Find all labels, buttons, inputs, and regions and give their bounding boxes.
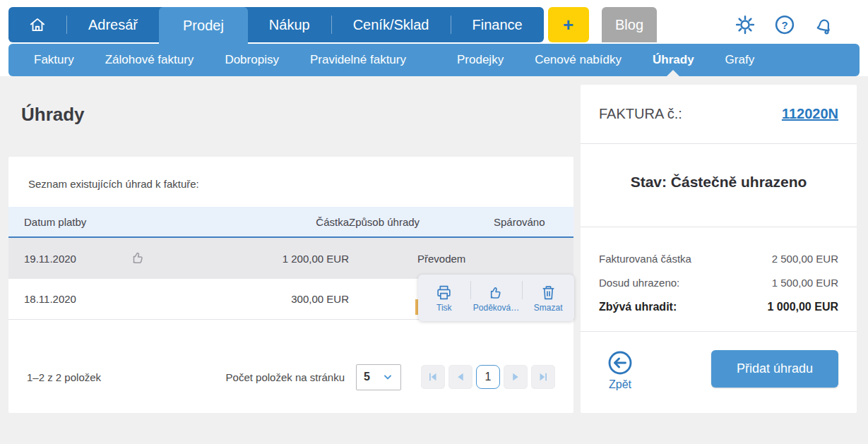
per-page-select[interactable]: 5	[356, 364, 401, 390]
payment-date: 18.11.2020	[24, 293, 130, 305]
invoice-summary-panel: FAKTURA č.: 112020N Stav: Částečně uhraz…	[581, 85, 857, 413]
help-icon[interactable]: ?	[774, 14, 795, 35]
thank-button[interactable]: Poděková…	[470, 275, 523, 321]
subnav-item-grafy[interactable]: Grafy	[710, 44, 771, 76]
nav-item-finance[interactable]: Finance	[451, 7, 544, 42]
utility-icons: ?	[735, 14, 835, 35]
page-number-button[interactable]: 1	[476, 365, 500, 389]
table-header-row: Datum platby Částka Způsob úhrady Spárov…	[8, 207, 573, 238]
invoiced-amount-label: Fakturovaná částka	[599, 253, 691, 265]
column-header-date: Datum platby	[24, 216, 186, 228]
payments-caption: Seznam existujících úhrad k faktuře:	[8, 157, 573, 207]
chevron-down-icon	[382, 371, 393, 383]
first-page-button[interactable]	[421, 365, 445, 389]
invoice-amounts: Fakturovaná částka 2 500,00 EUR Dosud uh…	[581, 227, 857, 332]
main-nav-bar: Adresář Prodej Nákup Ceník/Sklad Finance	[8, 7, 544, 42]
back-label: Zpět	[609, 378, 631, 391]
print-button[interactable]: Tisk	[418, 275, 470, 321]
payment-method: Převodem	[381, 253, 558, 265]
page-title: Úhrady	[21, 104, 85, 126]
thank-label: Poděková…	[473, 303, 519, 313]
trash-icon	[540, 284, 557, 301]
per-page-value: 5	[364, 371, 370, 383]
nav-item-nakup[interactable]: Nákup	[248, 7, 331, 42]
remaining-label: Zbývá uhradit:	[599, 301, 677, 313]
payment-amount: 1 200,00 EUR	[186, 253, 349, 265]
nav-item-cenik-sklad[interactable]: Ceník/Sklad	[332, 7, 451, 42]
subnav-item-zalohove-faktury[interactable]: Zálohové faktury	[90, 44, 210, 76]
paid-so-far-label: Dosud uhrazeno:	[599, 277, 679, 289]
row-action-toolbar: Tisk Poděková… Smazat	[418, 275, 574, 321]
table-row[interactable]: 19.11.2020 1 200,00 EUR Převodem	[8, 238, 573, 279]
nav-item-adresar[interactable]: Adresář	[67, 7, 159, 42]
main-nav: Adresář Prodej Nákup Ceník/Sklad Finance…	[8, 7, 589, 42]
settings-gear-icon[interactable]	[735, 14, 756, 35]
add-payment-button[interactable]: Přidat úhradu	[711, 350, 838, 388]
invoiced-amount-value: 2 500,00 EUR	[772, 253, 838, 265]
subnav-item-pravidelne-faktury[interactable]: Pravidelné faktury	[295, 44, 422, 76]
column-header-method: Způsob úhrady	[349, 216, 485, 228]
home-icon	[28, 16, 47, 34]
next-page-button[interactable]	[504, 365, 528, 389]
last-page-button[interactable]	[531, 365, 555, 389]
subnav-item-dobropisy[interactable]: Dobropisy	[209, 44, 295, 76]
blog-button[interactable]: Blog	[602, 7, 657, 42]
prev-page-icon	[454, 371, 467, 383]
items-summary: 1–2 z 2 položek	[27, 371, 101, 383]
back-arrow-icon	[607, 350, 633, 376]
column-header-paired: Spárováno	[485, 216, 558, 228]
payment-amount: 300,00 EUR	[186, 293, 349, 305]
remaining-value: 1 000,00 EUR	[767, 301, 838, 313]
pagination-bar: 1–2 z 2 položek Počet položek na stránku…	[8, 361, 573, 392]
subnav-item-prodejky[interactable]: Prodejky	[441, 44, 519, 76]
home-button[interactable]	[8, 7, 66, 42]
printer-icon	[435, 284, 453, 301]
next-page-icon	[509, 371, 522, 383]
delete-label: Smazat	[534, 303, 563, 313]
notifications-bell-icon[interactable]	[814, 14, 835, 35]
svg-text:?: ?	[781, 19, 787, 31]
back-button[interactable]: Zpět	[607, 350, 633, 391]
subnav-item-cenove-nabidky[interactable]: Cenové nabídky	[519, 44, 637, 76]
delete-button[interactable]: Smazat	[522, 275, 574, 321]
paid-so-far-value: 1 500,00 EUR	[772, 277, 838, 289]
payments-panel: Seznam existujících úhrad k faktuře: Dat…	[8, 157, 573, 413]
invoice-status: Stav: Částečně uhrazeno	[581, 144, 857, 227]
invoice-number-link[interactable]: 112020N	[782, 106, 838, 122]
sub-nav: Faktury Zálohové faktury Dobropisy Pravi…	[8, 44, 860, 76]
column-header-amount: Částka	[186, 216, 349, 228]
print-label: Tisk	[436, 303, 452, 313]
last-page-icon	[537, 371, 549, 383]
thanked-thumbs-up-icon	[130, 249, 186, 268]
payment-date: 19.11.2020	[24, 253, 130, 265]
add-new-button[interactable]: +	[548, 7, 589, 42]
nav-item-prodej[interactable]: Prodej	[159, 7, 248, 44]
first-page-icon	[427, 371, 439, 383]
subnav-item-faktury[interactable]: Faktury	[18, 44, 90, 76]
subnav-item-uhrady[interactable]: Úhrady	[637, 44, 710, 76]
invoice-number-label: FAKTURA č.:	[599, 106, 682, 122]
per-page-label: Počet položek na stránku	[226, 371, 345, 383]
prev-page-button[interactable]	[448, 365, 472, 389]
thumbs-up-icon	[487, 284, 505, 301]
